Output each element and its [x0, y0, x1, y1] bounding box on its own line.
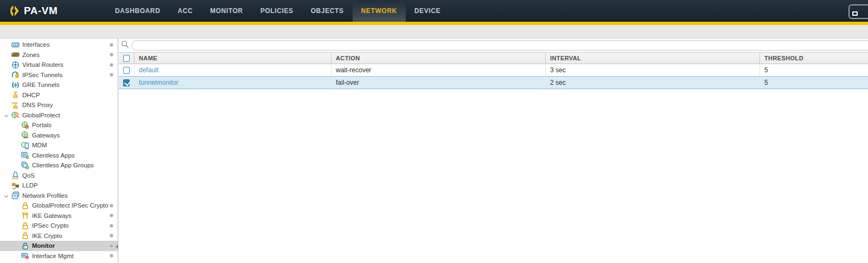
paloalto-logo-icon	[8, 5, 20, 17]
profile-name-link[interactable]: default	[139, 66, 158, 74]
cell-interval: 3 sec	[546, 64, 760, 76]
lldp-icon	[11, 181, 20, 190]
sidebar-item-gre-tunnels[interactable]: GRE Tunnels	[0, 80, 118, 90]
item-dot	[110, 245, 113, 247]
sidebar-item-label: DHCP	[22, 92, 40, 98]
sidebar-item-label: Network Profiles	[22, 192, 68, 199]
table-row[interactable]: tunnelmonitor fail-over 2 sec 5	[119, 76, 868, 89]
sidebar-item-ipsec-tunnels[interactable]: IPSec Tunnels	[0, 70, 118, 80]
search-input[interactable]	[131, 40, 868, 51]
item-dot	[110, 64, 113, 66]
item-dot	[110, 43, 113, 46]
item-dot	[110, 254, 113, 257]
globalprotect-icon	[11, 111, 20, 120]
mdm-icon	[21, 141, 29, 149]
sidebar-item-globalprotect[interactable]: GlobalProtect	[0, 110, 118, 121]
qos-icon: QoS	[11, 171, 20, 180]
main-content: NAME ACTION INTERVAL THRESHOLD default w…	[119, 39, 868, 263]
item-dot	[110, 224, 113, 227]
cell-interval: 2 sec	[546, 77, 760, 89]
lock-icon	[21, 201, 29, 210]
sidebar-item-clientless-apps[interactable]: Clientless Apps	[0, 151, 118, 161]
svg-text:QoS: QoS	[11, 177, 18, 179]
chevron-down-icon[interactable]	[4, 113, 9, 120]
topbar-partial-button[interactable]	[848, 4, 868, 19]
sidebar-item-label: IKE Gateways	[32, 212, 72, 219]
sidebar-item-network-profiles[interactable]: Network Profiles	[0, 191, 118, 201]
row-checkbox[interactable]	[123, 79, 130, 86]
sidebar-item-dhcp[interactable]: DHCP	[0, 90, 118, 101]
sidebar-item-ipsec-crypto[interactable]: IPSec Crypto	[0, 221, 118, 231]
sidebar-item-label: Interfaces	[22, 41, 50, 48]
cell-threshold: 5	[760, 64, 868, 76]
sidebar-item-lldp[interactable]: LLDP	[0, 180, 118, 191]
gre-tunnels-icon	[11, 80, 20, 89]
sidebar-item-qos[interactable]: QoS QoS	[0, 171, 118, 181]
portals-icon	[21, 121, 29, 129]
table-row[interactable]: default wait-recover 3 sec 5	[119, 64, 868, 77]
main-nav-tabs: DASHBOARD ACC MONITOR POLICIES OBJECTS N…	[106, 0, 449, 22]
dns-proxy-icon: DNS	[11, 101, 20, 109]
sidebar-item-label: Virtual Routers	[22, 61, 63, 68]
tab-monitor[interactable]: MONITOR	[201, 0, 252, 22]
sidebar-item-label: Monitor	[32, 242, 55, 249]
top-navigation-bar: PA-VM DASHBOARD ACC MONITOR POLICIES OBJ…	[0, 0, 868, 22]
profile-name-link[interactable]: tunnelmonitor	[139, 79, 178, 86]
sidebar-item-portals[interactable]: Portals	[0, 120, 118, 130]
sidebar-item-mdm[interactable]: MDM	[0, 140, 118, 151]
chevron-down-icon[interactable]	[4, 193, 9, 200]
interface-mgmt-icon	[21, 252, 29, 260]
sidebar-item-label: Clientless Apps	[32, 152, 75, 159]
sidebar-item-ike-crypto[interactable]: IKE Crypto	[0, 231, 118, 241]
sidebar-item-label: GRE Tunnels	[22, 82, 59, 88]
row-checkbox-cell[interactable]	[119, 64, 135, 76]
sidebar-item-label: IPSec Tunnels	[22, 72, 62, 78]
sidebar-item-label: IPSec Crypto	[32, 222, 69, 229]
tab-policies[interactable]: POLICIES	[252, 0, 302, 22]
sidebar-item-label: Zones	[22, 52, 40, 58]
sidebar-item-gateways[interactable]: Gateways	[0, 130, 118, 141]
sidebar-navigation: Interfaces Zones Virtual Routers IPSec T…	[0, 39, 118, 263]
virtual-routers-icon	[11, 60, 20, 69]
sidebar-item-dns-proxy[interactable]: DNS DNS Proxy	[0, 100, 118, 110]
search-bar	[119, 39, 868, 52]
sidebar-item-virtual-routers[interactable]: Virtual Routers	[0, 60, 118, 70]
sidebar-collapse-arrow-icon[interactable]	[116, 245, 118, 249]
column-header-action[interactable]: ACTION	[331, 53, 546, 64]
item-dot	[110, 214, 113, 217]
row-checkbox-cell[interactable]	[119, 77, 135, 89]
gateways-icon	[21, 131, 29, 140]
app-title: PA-VM	[24, 5, 58, 17]
column-header-interval[interactable]: INTERVAL	[546, 53, 760, 64]
column-header-name[interactable]: NAME	[135, 53, 331, 64]
sidebar-item-interfaces[interactable]: Interfaces	[0, 40, 118, 50]
save-icon	[852, 11, 858, 16]
sidebar-item-globalprotect-ipsec-crypto[interactable]: GlobalProtect IPSec Crypto	[0, 201, 118, 211]
lock-icon	[21, 221, 29, 230]
item-dot	[110, 204, 113, 207]
zones-icon	[11, 51, 20, 59]
sidebar-item-clientless-app-groups[interactable]: Clientless App Groups	[0, 160, 118, 171]
tab-network[interactable]: NETWORK	[353, 0, 406, 22]
sidebar-item-interface-mgmt[interactable]: Interface Mgmt	[0, 251, 118, 261]
sidebar-item-zones[interactable]: Zones	[0, 50, 118, 60]
cell-action: wait-recover	[331, 64, 546, 76]
tab-device[interactable]: DEVICE	[406, 0, 449, 22]
monitor-icon	[21, 241, 29, 250]
tab-acc[interactable]: ACC	[169, 0, 201, 22]
select-all-checkbox-cell[interactable]	[119, 53, 135, 64]
sidebar-item-monitor[interactable]: Monitor	[0, 241, 118, 251]
row-checkbox[interactable]	[123, 67, 130, 74]
sidebar-item-label: GlobalProtect	[22, 112, 60, 118]
sidebar-item-ike-gateways[interactable]: IKE Gateways	[0, 211, 118, 221]
item-dot	[110, 73, 113, 76]
tab-objects[interactable]: OBJECTS	[302, 0, 353, 22]
sidebar-item-label: LLDP	[22, 182, 38, 189]
column-header-threshold[interactable]: THRESHOLD	[760, 53, 868, 64]
toolbar-band	[0, 25, 868, 39]
select-all-checkbox[interactable]	[123, 55, 130, 62]
clientless-apps-icon	[21, 151, 29, 160]
sidebar-item-label: MDM	[32, 142, 47, 148]
tab-dashboard[interactable]: DASHBOARD	[106, 0, 169, 22]
interfaces-icon	[11, 40, 20, 49]
